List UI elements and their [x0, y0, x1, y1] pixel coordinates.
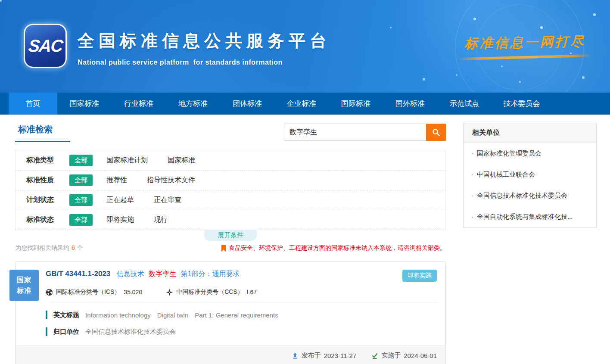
standard-title-part2[interactable]: 第1部分：通用要求 — [181, 270, 240, 277]
national-standard-badge: 国家 标准 — [9, 270, 39, 301]
filter-label: 标准状态 — [26, 215, 69, 224]
standard-title-highlight[interactable]: 数字孪生 — [149, 270, 176, 277]
filter-option[interactable]: 国家标准 — [168, 156, 195, 165]
nav-tab-pilot-demonstration[interactable]: 示范试点 — [437, 93, 492, 115]
site-header: SAC 全国标准信息公共服务平台 National public service… — [0, 0, 610, 93]
filter-all-button[interactable]: 全部 — [69, 174, 93, 186]
filter-label: 标准性质 — [26, 176, 69, 185]
filter-option[interactable]: 即将实施 — [106, 215, 134, 224]
unit-name[interactable]: 全国信息技术标准化技术委员会 — [477, 192, 567, 199]
card-meta-row: 国际标准分类号（ICS） 35.020 中国标准分类号（CCS） L67 — [46, 288, 437, 296]
card-footer: 发布于 2023-11-27 实施于 2024-06-01 — [16, 345, 445, 364]
nav-tab-international-standards[interactable]: 国际标准 — [329, 93, 383, 115]
bullet: · — [471, 192, 473, 199]
nav-tab-industry-standards[interactable]: 行业标准 — [112, 93, 166, 115]
search-input[interactable] — [284, 124, 426, 141]
standard-title-link[interactable]: GB/T 43441.1-2023 信息技术 数字孪生 第1部分：通用要求 — [46, 270, 240, 279]
related-units-panel: 相关单位 ·国家标准化管理委员会 ·中国机械工业联合会 ·全国信息技术标准化技术… — [463, 123, 597, 228]
nav-tab-local-standards[interactable]: 地方标准 — [166, 93, 220, 115]
bookmark-icon — [221, 245, 226, 252]
ics-label: 国际标准分类号（ICS） — [56, 288, 120, 296]
filter-option[interactable]: 正在起草 — [106, 196, 134, 205]
card-title-row: GB/T 43441.1-2023 信息技术 数字孪生 第1部分：通用要求 即将… — [46, 270, 437, 282]
results-summary-suffix: 个 — [77, 244, 83, 251]
result-card: 国家 标准 GB/T 43441.1-2023 信息技术 数字孪生 第1部分：通… — [15, 261, 446, 364]
brand-block: 全国标准信息公共服务平台 National public service pla… — [78, 29, 331, 66]
nav-tab-home[interactable]: 首页 — [9, 93, 57, 115]
filter-option[interactable]: 国家标准计划 — [106, 156, 148, 165]
ics-value: 35.020 — [124, 289, 142, 296]
compass-icon — [166, 289, 173, 296]
notice-text: 食品安全、环境保护、工程建设方面的国家标准未纳入本系统，请咨询相关部委。 — [229, 244, 446, 252]
results-summary-row: 为您找到相关结果约6个 食品安全、环境保护、工程建设方面的国家标准未纳入本系统，… — [15, 244, 446, 252]
network-dots-decoration — [0, 0, 2, 2]
implement-label: 实施于 — [381, 352, 401, 360]
sidebar-unit-link[interactable]: ·全国自动化系统与集成标准化技... — [464, 206, 596, 227]
english-title-label: 英文标题 — [53, 311, 79, 319]
badge-line2: 标准 — [17, 286, 31, 296]
unit-name[interactable]: 国家标准化管理委员会 — [477, 149, 542, 157]
filter-all-button[interactable]: 全部 — [69, 214, 93, 226]
filter-option[interactable]: 现行 — [154, 215, 168, 224]
ccs-value: L67 — [247, 289, 257, 296]
standard-title-part1[interactable]: 信息技术 — [117, 270, 144, 277]
ccs-group: 中国标准分类号（CCS） L67 — [166, 288, 257, 296]
filter-label: 计划状态 — [26, 196, 69, 205]
sidebar-unit-link[interactable]: ·中国机械工业联合会 — [464, 164, 596, 185]
notice-block: 食品安全、环境保护、工程建设方面的国家标准未纳入本系统，请咨询相关部委。 — [221, 244, 446, 252]
filter-box: 标准类型 全部 国家标准计划 国家标准 标准性质 全部 推荐性 指导性技术文件 … — [15, 150, 446, 230]
filter-row-standard-type: 标准类型 全部 国家标准计划 国家标准 — [16, 150, 445, 170]
filter-all-button[interactable]: 全部 — [69, 155, 93, 166]
standard-code[interactable]: GB/T 43441.1-2023 — [46, 270, 110, 278]
sac-logo-text: SAC — [27, 36, 63, 56]
filter-row-standard-status: 标准状态 全部 即将实施 现行 — [16, 210, 445, 230]
card-body: GB/T 43441.1-2023 信息技术 数字孪生 第1部分：通用要求 即将… — [16, 261, 445, 336]
nav-tab-foreign-standards[interactable]: 国外标准 — [383, 93, 437, 115]
main-column: 标准检索 标准类型 全部 国家标准计划 国家标准 — [15, 123, 446, 364]
department-value: 全国信息技术标准化技术委员会 — [85, 328, 176, 336]
sac-logo[interactable]: SAC — [24, 24, 67, 68]
english-title-value: Information technology—Digital twin—Part… — [85, 311, 278, 319]
related-units-title: 相关单位 — [464, 123, 596, 143]
department-row: 归口单位 全国信息技术标准化技术委员会 — [46, 327, 437, 336]
slogan-text: 标准信息一网打尽 — [464, 33, 585, 53]
main-nav: 首页 国家标准 行业标准 地方标准 团体标准 企业标准 国际标准 国外标准 示范… — [0, 93, 610, 115]
badge-line1: 国家 — [17, 275, 31, 286]
unit-name[interactable]: 全国自动化系统与集成标准化技... — [477, 213, 573, 220]
site-subtitle: National public service platform for sta… — [78, 59, 331, 66]
search-row: 标准检索 — [15, 123, 446, 143]
search-icon — [431, 128, 441, 137]
search-box — [284, 124, 446, 141]
status-badge: 即将实施 — [402, 270, 437, 282]
department-label: 归口单位 — [53, 328, 79, 336]
expand-conditions-button[interactable]: 展开条件 — [204, 230, 257, 241]
search-button[interactable] — [426, 124, 446, 141]
publish-date-group: 发布于 2023-11-27 — [292, 352, 357, 360]
results-summary-prefix: 为您找到相关结果约 — [15, 244, 69, 251]
results-summary: 为您找到相关结果约6个 — [15, 244, 83, 252]
english-title-row: 英文标题 Information technology—Digital twin… — [46, 311, 437, 319]
implement-date: 2024-06-01 — [404, 352, 437, 359]
sidebar: 相关单位 ·国家标准化管理委员会 ·中国机械工业联合会 ·全国信息技术标准化技术… — [463, 123, 597, 228]
sidebar-unit-link[interactable]: ·全国信息技术标准化技术委员会 — [464, 185, 596, 206]
implement-check-icon — [371, 352, 381, 359]
nav-tab-national-standards[interactable]: 国家标准 — [57, 93, 112, 115]
nav-tab-group-standards[interactable]: 团体标准 — [220, 93, 274, 115]
sidebar-unit-link[interactable]: ·国家标准化管理委员会 — [464, 143, 596, 164]
filter-all-button[interactable]: 全部 — [69, 194, 93, 206]
filter-option[interactable]: 正在审查 — [154, 196, 181, 205]
page: SAC 全国标准信息公共服务平台 National public service… — [0, 0, 610, 364]
nav-tab-technical-committees[interactable]: 技术委员会 — [492, 93, 552, 115]
globe-icon — [46, 289, 53, 296]
filter-option[interactable]: 推荐性 — [106, 176, 127, 185]
publish-label: 发布于 — [302, 352, 321, 360]
teal-bar-decoration — [46, 311, 47, 319]
nav-tab-enterprise-standards[interactable]: 企业标准 — [274, 93, 329, 115]
bullet: · — [471, 213, 473, 220]
page-title: 标准检索 — [15, 123, 70, 142]
filter-option[interactable]: 指导性技术文件 — [147, 176, 195, 185]
publish-date: 2023-11-27 — [324, 352, 357, 359]
site-title: 全国标准信息公共服务平台 — [78, 29, 331, 53]
unit-name[interactable]: 中国机械工业联合会 — [477, 171, 535, 178]
slogan-block: 标准信息一网打尽 — [451, 34, 598, 59]
